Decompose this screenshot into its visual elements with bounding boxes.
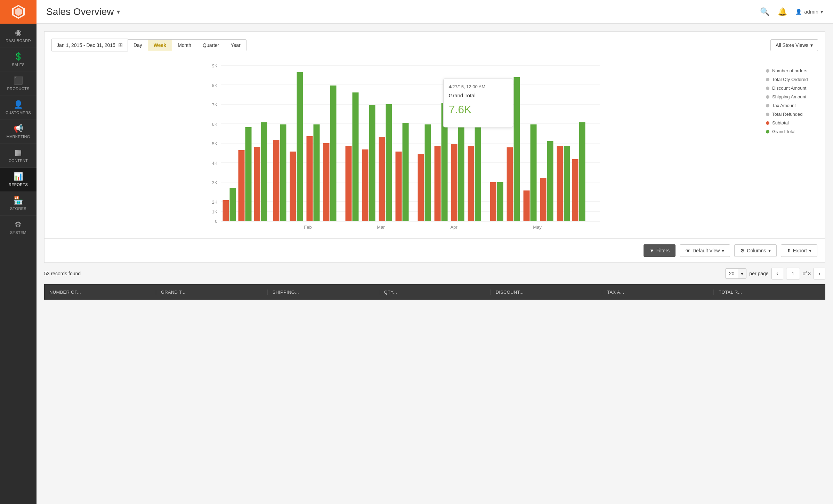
legend-shipping[interactable]: Shipping Amount [766,94,818,99]
svg-text:0: 0 [215,219,217,224]
svg-rect-45 [418,154,424,221]
svg-text:4K: 4K [212,161,218,166]
header: Sales Overview ▾ 🔍 🔔 👤 admin ▾ [37,0,833,24]
export-button[interactable]: ⬆ Export ▾ [781,244,817,257]
content-icon: ▦ [15,149,22,156]
filters-button[interactable]: ▼ Filters [644,244,676,257]
sidebar-item-content[interactable]: ▦ CONTENT [0,144,37,168]
period-quarter[interactable]: Quarter [197,40,225,51]
per-page-select[interactable]: 20 ▾ [725,268,747,279]
table-col-shipping[interactable]: Shipping... [268,290,379,295]
svg-rect-29 [290,152,296,221]
legend-dot [766,87,769,90]
table-header: Number of... Grand T... Shipping... Qty.… [44,284,825,300]
sidebar-item-dashboard[interactable]: ◉ DASHBOARD [0,24,37,48]
svg-rect-62 [557,146,563,221]
period-week[interactable]: Week [148,40,172,51]
legend-grand-total[interactable]: Grand Total [766,129,818,134]
legend-dot [766,69,769,73]
notifications-icon[interactable]: 🔔 [778,7,787,16]
svg-rect-24 [254,147,260,221]
period-month[interactable]: Month [172,40,197,51]
legend-dot-green [766,130,769,133]
svg-text:5K: 5K [212,141,218,146]
svg-rect-39 [369,105,375,221]
main-content: Sales Overview ▾ 🔍 🔔 👤 admin ▾ Jan 1, 20… [37,0,833,504]
title-dropdown-arrow[interactable]: ▾ [117,8,120,16]
svg-rect-28 [280,124,286,221]
store-views-button[interactable]: All Store Views ▾ [770,39,818,51]
sidebar-item-stores[interactable]: 🏪 STORES [0,192,37,216]
svg-text:8K: 8K [212,83,218,88]
table-col-orders[interactable]: Number of... [45,290,156,295]
export-dropdown-arrow: ▾ [809,248,811,253]
legend-total-qty[interactable]: Total Qty Ordered [766,77,818,82]
svg-text:2K: 2K [212,200,218,205]
legend-dot [766,95,769,99]
legend-dot [766,78,769,81]
sidebar-item-customers[interactable]: 👤 CUSTOMERS [0,96,37,120]
svg-rect-46 [425,124,431,221]
per-page-arrow[interactable]: ▾ [738,269,746,278]
table-col-discount[interactable]: Discount... [491,290,602,295]
svg-rect-60 [540,178,547,221]
svg-rect-43 [403,123,409,221]
stores-icon: 🏪 [14,197,23,204]
period-day[interactable]: Day [128,40,148,51]
svg-rect-61 [547,141,553,221]
svg-text:6K: 6K [212,122,218,127]
svg-rect-57 [514,77,520,221]
svg-rect-49 [451,144,458,221]
legend-refunded[interactable]: Total Refunded [766,112,818,117]
period-year[interactable]: Year [225,40,246,51]
sidebar-item-system[interactable]: ⚙ SYSTEM [0,216,37,239]
table-col-tax[interactable]: Tax A... [602,290,714,295]
svg-rect-54 [490,182,496,221]
svg-text:Apr: Apr [450,225,458,230]
next-page-button[interactable]: › [814,268,825,279]
columns-button[interactable]: ⚙ Columns ▾ [734,244,776,257]
reports-icon: 📊 [14,173,23,180]
table-col-qty[interactable]: Qty... [379,290,491,295]
legend-tax[interactable]: Tax Amount [766,103,818,108]
legend-discount[interactable]: Discount Amount [766,86,818,91]
svg-rect-52 [475,127,481,221]
search-icon[interactable]: 🔍 [760,7,769,16]
svg-rect-47 [435,146,441,221]
store-views-arrow: ▾ [810,42,813,48]
table-col-grand-total[interactable]: Grand T... [156,290,268,295]
svg-rect-37 [353,92,359,221]
content-area: Jan 1, 2015 - Dec 31, 2015 ⊞ Day Week Mo… [37,24,833,504]
svg-rect-55 [497,182,503,221]
legend-subtotal[interactable]: Subtotal [766,120,818,125]
chart-area: 9K 8K 7K 6K 5K 4K 3K 2K 1K 0 [51,58,818,233]
system-icon: ⚙ [15,221,22,228]
svg-rect-22 [238,150,245,221]
table-col-refunded[interactable]: Total R... [714,290,825,295]
svg-text:4/27/15, 12:00 AM: 4/27/15, 12:00 AM [449,84,486,89]
period-group: Day Week Month Quarter Year [128,39,246,51]
default-view-button[interactable]: 👁 Default View ▾ [680,244,730,257]
svg-rect-51 [468,146,474,221]
legend-dot-red [766,121,769,125]
sidebar-item-reports[interactable]: 📊 REPORTS [0,168,37,192]
svg-rect-21 [230,188,236,221]
user-menu[interactable]: 👤 admin ▾ [795,9,823,15]
svg-rect-20 [223,200,229,221]
prev-page-button[interactable]: ‹ [771,268,783,279]
legend-number-of-orders[interactable]: Number of orders [766,68,818,73]
sidebar-item-marketing[interactable]: 📢 MARKETING [0,120,37,144]
records-row: 53 records found 20 ▾ per page ‹ 1 of 3 … [37,263,833,284]
chart-svg: 9K 8K 7K 6K 5K 4K 3K 2K 1K 0 [51,58,755,233]
current-page: 1 [786,268,800,279]
svg-rect-42 [396,152,402,221]
date-range-button[interactable]: Jan 1, 2015 - Dec 31, 2015 ⊞ [51,39,128,51]
svg-rect-56 [507,147,513,221]
svg-rect-23 [245,127,252,221]
chart-legend: Number of orders Total Qty Ordered Disco… [755,58,818,134]
pagination: 20 ▾ per page ‹ 1 of 3 › [725,268,825,279]
customers-icon: 👤 [14,101,23,108]
svg-rect-36 [346,146,352,221]
sidebar-item-sales[interactable]: 💲 SALES [0,48,37,72]
sidebar-item-products[interactable]: ⬛ PRODUCTS [0,72,37,96]
